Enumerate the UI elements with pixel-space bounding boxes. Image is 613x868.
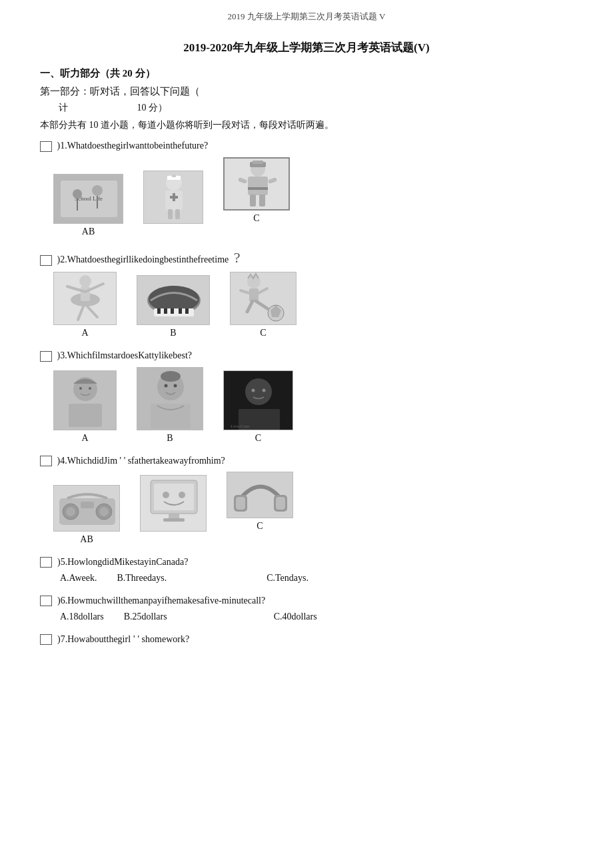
q6-option-a: A.18dollars xyxy=(60,612,104,622)
q1-ab-label: AB xyxy=(53,226,123,237)
svg-text:Live.Com: Live.Com xyxy=(231,424,250,429)
svg-rect-45 xyxy=(249,288,259,302)
question-1-block: )1.Whatdoesthegirlwanttobeinthefuture? S… xyxy=(40,141,573,237)
q1-empty-c-label xyxy=(223,226,290,237)
q5-option-a: A.Aweek. xyxy=(60,573,97,584)
q1-labels-row: AB xyxy=(53,226,573,237)
q3-man-image: Live.Com xyxy=(223,370,293,430)
q5-option-b: B.Threedays. xyxy=(117,573,167,584)
svg-rect-80 xyxy=(169,514,179,519)
exam-title: 2019-2020年九年级上学期第三次月考英语试题(V) xyxy=(40,40,573,55)
svg-rect-86 xyxy=(276,497,285,510)
svg-rect-42 xyxy=(185,308,189,314)
intro-text: 本部分共有 10 道小题，每道小题你将听到一段对话，每段对话听两遍。 xyxy=(40,119,573,131)
svg-point-73 xyxy=(99,507,109,516)
svg-point-55 xyxy=(89,387,91,390)
q3-a-label: A xyxy=(81,433,88,444)
question-1-text: )1.Whatdoesthegirlwanttobeinthefuture? xyxy=(40,141,573,152)
svg-point-54 xyxy=(79,387,82,390)
q3-b-label: B xyxy=(167,433,173,444)
q1-image-a-item: School Life xyxy=(53,174,123,224)
svg-point-60 xyxy=(165,384,168,387)
radio-svg xyxy=(54,485,119,532)
question-3-block: )3.WhichfilmstardoesKattylikebest? xyxy=(40,350,573,444)
svg-rect-39 xyxy=(164,308,167,314)
svg-point-27 xyxy=(79,275,91,287)
q2-image-c-item: C xyxy=(230,272,297,338)
q3-image-a-item: A xyxy=(53,370,117,444)
computer-svg xyxy=(141,475,206,532)
audrey-svg xyxy=(137,367,203,430)
q3-images-row: A xyxy=(53,367,573,444)
svg-rect-23 xyxy=(259,195,265,207)
question-6-block: )6.Howmuchwillthemanpayifhemakesafive-mi… xyxy=(40,596,573,622)
svg-rect-13 xyxy=(170,196,178,199)
q1-bracket xyxy=(40,141,52,152)
svg-point-63 xyxy=(245,378,272,405)
q4-computer-image xyxy=(140,475,207,532)
svg-rect-81 xyxy=(163,518,185,522)
question-5-block: )5.HowlongdidMikestayinCanada? A.Aweek. … xyxy=(40,557,573,584)
q1-c-label: C xyxy=(253,213,259,224)
q7-apostrophe: ' xyxy=(133,634,135,645)
soccer-svg xyxy=(231,272,296,325)
question-5-text: )5.HowlongdidMikestayinCanada? xyxy=(40,557,573,568)
svg-rect-43 xyxy=(231,272,296,325)
q2-b-label: B xyxy=(170,328,176,338)
svg-rect-19 xyxy=(253,161,263,164)
q2-soccer-image xyxy=(230,272,297,325)
q3-image-c-item: Live.Com C xyxy=(223,370,293,444)
svg-point-5 xyxy=(92,185,103,196)
q4-c-label: C xyxy=(257,521,263,532)
q4-radio-image xyxy=(53,485,120,532)
school-svg: School Life xyxy=(54,174,123,224)
svg-point-59 xyxy=(161,371,181,382)
svg-rect-14 xyxy=(168,209,173,219)
svg-rect-21 xyxy=(248,187,268,190)
q2-image-a-item: A xyxy=(53,272,117,338)
piano-svg xyxy=(137,275,209,325)
svg-rect-58 xyxy=(151,404,191,429)
svg-point-65 xyxy=(252,388,255,392)
q4-image-b-item xyxy=(140,475,207,532)
svg-rect-38 xyxy=(157,308,161,314)
question-4-text: )4.WhichdidJim ' ' sfathertakeawayfromhi… xyxy=(40,456,573,467)
q6-option-c: C.40dollars xyxy=(274,612,317,622)
q4-bracket xyxy=(40,456,52,466)
question-3-text: )3.WhichfilmstardoesKattylikebest? xyxy=(40,350,573,362)
q3-bracket xyxy=(40,351,52,362)
sub-section-score: 计 10 分） xyxy=(59,102,573,114)
q7-bracket xyxy=(40,634,52,645)
question-7-block: )7.Howaboutthegirl ' ' shomework? xyxy=(40,634,573,645)
q2-c-label: C xyxy=(260,328,266,338)
question-7-text: )7.Howaboutthegirl ' ' shomework? xyxy=(40,634,573,645)
q5-option-c: C.Tendays. xyxy=(267,573,308,584)
svg-point-66 xyxy=(263,388,266,392)
nurse-svg xyxy=(144,171,203,224)
svg-rect-29 xyxy=(81,286,90,301)
question-6-text: )6.Howmuchwillthemanpayifhemakesafive-mi… xyxy=(40,596,573,606)
svg-point-79 xyxy=(179,492,185,498)
svg-rect-77 xyxy=(154,484,194,510)
question-4-block: )4.WhichdidJim ' ' sfathertakeawayfromhi… xyxy=(40,456,573,546)
soldier-svg xyxy=(225,157,289,211)
q2-images-row: A xyxy=(53,272,573,338)
headphones-svg xyxy=(227,472,293,518)
q3-audrey-image xyxy=(137,367,203,430)
q4-ab-label: AB xyxy=(53,534,120,545)
svg-rect-22 xyxy=(250,195,256,207)
woman-svg xyxy=(54,370,116,430)
ballet-svg xyxy=(54,272,116,325)
q6-option-b: B.25dollars xyxy=(124,612,167,622)
q1-school-image: School Life xyxy=(53,174,123,224)
question-2-block: )2.Whatdoesthegirllikedoingbestinthefree… xyxy=(40,249,573,338)
q1-empty-label xyxy=(143,226,203,237)
q6-options-row: A.18dollars B.25dollars C.40dollars xyxy=(60,612,573,622)
q3-image-b-item: B xyxy=(137,367,203,444)
q4-b-empty xyxy=(140,534,207,545)
svg-rect-15 xyxy=(175,209,180,219)
sub-section-text1: 第一部分：听对话，回答以下问题（ xyxy=(40,85,200,98)
header-top-text: 2019 九年级上学期第三次月考英语试题 V xyxy=(228,11,386,21)
q2-ballet-image xyxy=(53,272,117,325)
svg-rect-85 xyxy=(236,497,245,510)
